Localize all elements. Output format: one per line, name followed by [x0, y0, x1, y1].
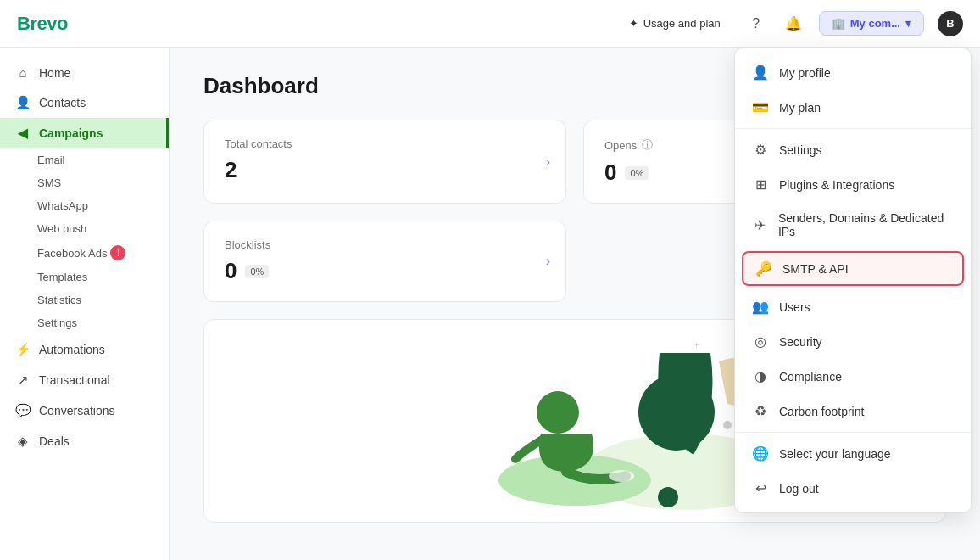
logout-icon: ↩ — [752, 480, 769, 496]
dropdown-security[interactable]: ◎ Security — [735, 324, 971, 359]
language-icon: 🌐 — [752, 445, 769, 462]
settings-icon: ⚙ — [752, 142, 769, 158]
usage-icon: ✦ — [629, 17, 638, 30]
svg-text:+: + — [693, 339, 699, 351]
opens-badge: 0% — [625, 166, 649, 180]
help-icon[interactable]: ? — [744, 12, 768, 36]
company-menu-button[interactable]: 🏢 My com... ▾ — [819, 11, 924, 36]
topbar: Brevo ✦ Usage and plan ? 🔔 🏢 My com... ▾… — [0, 0, 980, 48]
dropdown-plugins[interactable]: ⊞ Plugins & Integrations — [735, 167, 971, 202]
chevron-down-icon: ▾ — [905, 17, 911, 30]
blocklists-badge: 0% — [245, 265, 269, 278]
users-icon: 👥 — [752, 299, 769, 315]
company-dropdown: 👤 My profile 💳 My plan ⚙ Settings ⊞ Plug… — [734, 48, 972, 513]
home-icon: ⌂ — [15, 65, 31, 80]
sidebar-item-automations[interactable]: ⚡ Automations — [0, 334, 169, 365]
sidebar-item-contacts[interactable]: 👤 Contacts — [0, 87, 169, 118]
total-contacts-card[interactable]: Total contacts 2 › — [203, 120, 566, 204]
sidebar-item-home[interactable]: ⌂ Home — [0, 58, 169, 87]
sidebar-item-deals[interactable]: ◈ Deals — [0, 426, 169, 456]
profile-icon: 👤 — [752, 64, 769, 81]
plugins-icon: ⊞ — [752, 176, 769, 193]
blocklists-card[interactable]: Blocklists 0 0% › — [203, 221, 566, 302]
sidebar-sub-templates[interactable]: Templates — [0, 266, 169, 288]
blocklists-arrow: › — [546, 254, 550, 269]
blocklists-label: Blocklists — [225, 238, 545, 251]
svg-point-7 — [723, 421, 732, 429]
sidebar-sub-statistics[interactable]: Statistics — [0, 288, 169, 311]
dropdown-logout[interactable]: ↩ Log out — [735, 471, 971, 506]
dropdown-compliance[interactable]: ◑ Compliance — [735, 359, 971, 394]
usage-plan-button[interactable]: ✦ Usage and plan — [619, 12, 731, 35]
dropdown-smtp-api[interactable]: 🔑 SMTP & API — [742, 251, 964, 286]
dropdown-divider-1 — [735, 128, 971, 129]
campaigns-icon: ◀ — [15, 126, 31, 141]
dropdown-language[interactable]: 🌐 Select your language — [735, 436, 971, 471]
dropdown-carbon[interactable]: ♻ Carbon footprint — [735, 394, 971, 428]
sidebar-sub-sms[interactable]: SMS — [0, 171, 169, 194]
sidebar-sub-whatsapp[interactable]: WhatsApp — [0, 194, 169, 217]
smtp-icon: 🔑 — [755, 260, 772, 277]
carbon-icon: ♻ — [752, 403, 769, 419]
senders-icon: ✈ — [752, 217, 768, 233]
blocklists-value: 0 0% — [225, 258, 545, 284]
sidebar-sub-web-push[interactable]: Web push — [0, 217, 169, 240]
transactional-icon: ↗ — [15, 372, 31, 388]
facebook-ads-badge: ! — [110, 245, 125, 260]
dropdown-senders[interactable]: ✈ Senders, Domains & Dedicated IPs — [735, 202, 971, 248]
dropdown-my-profile[interactable]: 👤 My profile — [735, 55, 971, 90]
brevo-logo: Brevo — [17, 13, 68, 35]
total-contacts-label: Total contacts — [225, 137, 545, 150]
plan-icon: 💳 — [752, 99, 769, 115]
total-contacts-value: 2 — [225, 157, 545, 183]
opens-info-icon: ⓘ — [642, 137, 653, 153]
sidebar-item-conversations[interactable]: 💬 Conversations — [0, 395, 169, 426]
sidebar: ⌂ Home 👤 Contacts ◀ Campaigns Email SMS … — [0, 48, 170, 560]
svg-point-8 — [658, 487, 678, 507]
company-icon: 🏢 — [832, 17, 845, 30]
dropdown-my-plan[interactable]: 💳 My plan — [735, 90, 971, 125]
avatar[interactable]: B — [938, 11, 963, 36]
security-icon: ◎ — [752, 333, 769, 350]
dropdown-users[interactable]: 👥 Users — [735, 289, 971, 324]
illustration: ✦ ✦ + — [363, 328, 787, 514]
sidebar-item-campaigns[interactable]: ◀ Campaigns — [0, 118, 169, 148]
automations-icon: ⚡ — [15, 342, 31, 357]
sidebar-sub-email[interactable]: Email — [0, 148, 169, 171]
contacts-icon: 👤 — [15, 95, 31, 110]
deals-icon: ◈ — [15, 434, 31, 449]
svg-point-3 — [537, 391, 579, 434]
svg-point-1 — [638, 374, 715, 451]
conversations-icon: 💬 — [15, 403, 31, 418]
notifications-icon[interactable]: 🔔 — [782, 12, 805, 36]
sidebar-sub-facebook-ads[interactable]: Facebook Ads ! — [0, 240, 169, 266]
sidebar-sub-settings[interactable]: Settings — [0, 311, 169, 334]
sidebar-item-transactional[interactable]: ↗ Transactional — [0, 365, 169, 395]
total-contacts-arrow: › — [546, 154, 550, 170]
dropdown-divider-2 — [735, 432, 971, 433]
dropdown-settings[interactable]: ⚙ Settings — [735, 132, 971, 167]
compliance-icon: ◑ — [752, 368, 769, 384]
svg-point-9 — [609, 470, 634, 482]
topbar-actions: ✦ Usage and plan ? 🔔 🏢 My com... ▾ B — [619, 11, 963, 36]
